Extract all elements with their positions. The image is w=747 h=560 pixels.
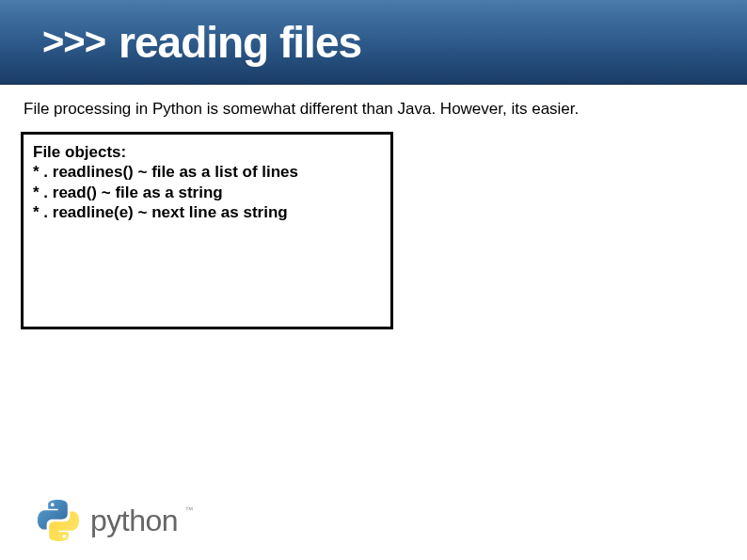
box-line: * . read() ~ file as a string (33, 183, 381, 202)
python-logo-text: python ™ (90, 504, 178, 538)
box-line: * . readline(e) ~ next line as string (33, 202, 381, 222)
box-line: * . readlines() ~ file as a list of line… (33, 162, 381, 182)
slide-subheading: File processing in Python is somewhat di… (24, 100, 747, 119)
slide-header: >>> reading files (0, 0, 747, 85)
content-box: File objects: * . readlines() ~ file as … (21, 132, 393, 329)
logo-wordmark: python (90, 504, 178, 537)
trademark-symbol: ™ (185, 505, 194, 515)
box-heading: File objects: (33, 142, 381, 162)
prompt-symbol: >>> (42, 21, 105, 63)
python-logo-icon (36, 498, 81, 543)
python-logo: python ™ (36, 498, 178, 543)
slide-title: reading files (119, 17, 361, 68)
